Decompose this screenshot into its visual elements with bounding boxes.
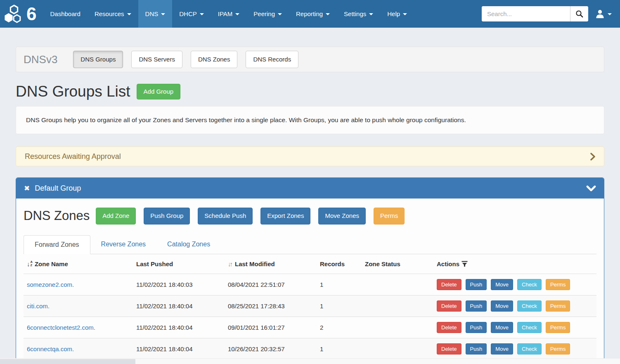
zone-status-cell <box>362 317 433 338</box>
perms-button[interactable]: Perms <box>546 279 570 290</box>
zone-name-link[interactable]: somezone2.com. <box>27 281 74 288</box>
caret-down-icon <box>200 13 204 15</box>
dns-groups-button[interactable]: DNS Groups <box>73 51 123 68</box>
dns-zones-toolbar: DNS Zones Add Zone Push Group Schedule P… <box>24 208 596 224</box>
search-button[interactable] <box>570 6 588 21</box>
nav-settings[interactable]: Settings <box>337 0 380 28</box>
col-last-pushed[interactable]: Last Pushed <box>133 254 225 274</box>
push-button[interactable]: Push <box>466 322 487 333</box>
delete-button[interactable]: Delete <box>437 279 461 290</box>
approval-panel-title: Resources Awaiting Approval <box>25 152 121 161</box>
push-group-button[interactable]: Push Group <box>144 208 190 224</box>
dns-zones-title: DNS Zones <box>24 208 90 223</box>
check-button[interactable]: Check <box>517 300 542 312</box>
nav-reporting[interactable]: Reporting <box>289 0 337 28</box>
dns-servers-button[interactable]: DNS Servers <box>131 51 182 68</box>
push-button[interactable]: Push <box>466 300 487 312</box>
default-group-title: Default Group <box>35 184 81 193</box>
table-row: 6connectclonetest2.com. 11/02/2021 18:40… <box>24 317 596 338</box>
add-zone-button[interactable]: Add Zone <box>96 208 136 224</box>
sort-icon[interactable]: ↓↑ <box>228 260 232 267</box>
col-zone-status[interactable]: Zone Status <box>362 254 433 274</box>
delete-button[interactable]: Delete <box>437 300 461 312</box>
move-zones-button[interactable]: Move Zones <box>318 208 366 224</box>
scrollbar-thumb[interactable] <box>0 359 135 364</box>
caret-down-icon <box>235 13 239 15</box>
add-group-button[interactable]: Add Group <box>137 84 181 99</box>
perms-button[interactable]: Perms <box>546 322 570 333</box>
actions-cell: DeletePushMoveCheckPerms <box>433 274 596 295</box>
check-button[interactable]: Check <box>517 322 542 333</box>
search-icon <box>575 10 583 18</box>
nav-dns[interactable]: DNS <box>138 0 173 28</box>
nav-help[interactable]: Help <box>380 0 414 28</box>
tab-catalog-zones[interactable]: Catalog Zones <box>156 235 221 254</box>
move-button[interactable]: Move <box>491 300 513 312</box>
navbar-right <box>482 0 620 28</box>
default-group-header[interactable]: ✖ Default Group <box>16 178 604 199</box>
caret-down-icon <box>608 13 612 15</box>
last-pushed-cell: 11/02/2021 18:40:04 <box>133 317 225 338</box>
user-menu[interactable] <box>588 9 614 19</box>
horizontal-scrollbar[interactable] <box>0 358 620 364</box>
zone-name-link[interactable]: 6connectclonetest2.com. <box>27 324 95 331</box>
caret-down-icon <box>127 13 131 15</box>
export-zones-button[interactable]: Export Zones <box>260 208 310 224</box>
dns-records-button[interactable]: DNS Records <box>246 51 298 68</box>
nav-ipam[interactable]: IPAM <box>211 0 247 28</box>
user-icon <box>595 9 605 19</box>
resources-awaiting-approval-panel[interactable]: Resources Awaiting Approval <box>16 147 604 166</box>
records-cell: 1 <box>317 295 362 317</box>
logo-six-text: 6 <box>26 5 36 23</box>
nav-dashboard[interactable]: Dashboard <box>43 0 87 28</box>
page-container: DNSv3 DNS Groups DNS Servers DNS Zones D… <box>16 47 604 364</box>
col-zone-name[interactable]: ↓ AZ Zone Name <box>24 254 133 274</box>
zone-name-link[interactable]: 6connectqa.com. <box>27 345 74 352</box>
default-group-body: DNS Zones Add Zone Push Group Schedule P… <box>16 199 604 364</box>
zone-status-cell <box>362 295 433 317</box>
logo-6connect[interactable]: 6 <box>0 0 43 28</box>
last-modified-cell: 10/26/2021 20:32:57 <box>225 338 317 359</box>
col-records[interactable]: Records <box>317 254 362 274</box>
zone-name-link[interactable]: citi.com. <box>27 303 50 310</box>
search-input[interactable] <box>482 6 570 21</box>
description-panel: DNS Groups help you to organize all of y… <box>16 106 604 134</box>
caret-down-icon <box>369 13 373 15</box>
delete-button[interactable]: Delete <box>437 322 461 333</box>
schedule-push-button[interactable]: Schedule Push <box>198 208 253 224</box>
chevron-down-icon <box>586 185 596 191</box>
nav-dhcp[interactable]: DHCP <box>172 0 211 28</box>
dns-zones-button[interactable]: DNS Zones <box>191 51 238 68</box>
move-button[interactable]: Move <box>491 322 513 333</box>
move-button[interactable]: Move <box>491 343 513 355</box>
perms-button[interactable]: Perms <box>546 300 570 312</box>
col-actions[interactable]: Actions <box>433 254 596 274</box>
close-icon[interactable]: ✖ <box>24 184 30 193</box>
push-button[interactable]: Push <box>466 279 487 290</box>
caret-down-icon <box>278 13 282 15</box>
records-cell: 2 <box>317 317 362 338</box>
nav-peering[interactable]: Peering <box>246 0 289 28</box>
move-button[interactable]: Move <box>491 279 513 290</box>
hexagon-logo-icon <box>4 4 28 24</box>
last-pushed-cell: 11/02/2021 18:40:03 <box>133 274 225 295</box>
nav-resources[interactable]: Resources <box>88 0 138 28</box>
top-navbar: 6 Dashboard Resources DNS DHCP IPAM Peer… <box>0 0 620 28</box>
push-button[interactable]: Push <box>466 343 487 355</box>
sort-alpha-icon[interactable]: ↓ AZ <box>27 260 33 267</box>
last-modified-cell: 09/01/2021 16:01:27 <box>225 317 317 338</box>
chevron-right-icon <box>590 153 595 161</box>
perms-button[interactable]: Perms <box>374 208 405 224</box>
collapse-toggle[interactable] <box>586 185 596 191</box>
check-button[interactable]: Check <box>517 279 542 290</box>
filter-icon[interactable] <box>461 261 468 267</box>
dnsv3-toolbar: DNSv3 DNS Groups DNS Servers DNS Zones D… <box>16 47 604 72</box>
col-last-modified[interactable]: ↓↑ Last Modified <box>225 254 317 274</box>
tab-forward-zones[interactable]: Forward Zones <box>24 235 90 254</box>
delete-button[interactable]: Delete <box>437 343 461 355</box>
tab-reverse-zones[interactable]: Reverse Zones <box>90 235 157 254</box>
check-button[interactable]: Check <box>517 343 542 355</box>
actions-cell: DeletePushMoveCheckPerms <box>433 295 596 317</box>
zone-tabs: Forward Zones Reverse Zones Catalog Zone… <box>24 235 596 254</box>
perms-button[interactable]: Perms <box>546 343 570 355</box>
